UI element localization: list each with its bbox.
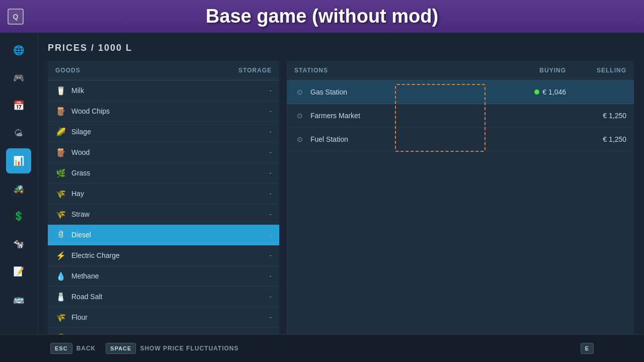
- notes-icon: 📝: [13, 266, 24, 277]
- good-name: Flour: [71, 313, 257, 321]
- sidebar-item-money[interactable]: 💲: [6, 204, 31, 229]
- good-storage: -: [257, 190, 272, 198]
- good-name: Hay: [71, 190, 257, 198]
- station-icon-fuel-station: ⊙: [294, 134, 305, 145]
- e-key-badge: E: [581, 343, 594, 354]
- good-name: Silage: [71, 128, 257, 136]
- tractor-icon: 🚜: [13, 183, 24, 194]
- good-icon-flour: 🌾: [55, 312, 66, 323]
- selling-col-label: SELLING: [566, 67, 626, 74]
- sidebar-item-globe[interactable]: 🌐: [6, 38, 31, 63]
- sidebar-item-steering[interactable]: 🎮: [6, 65, 31, 90]
- goods-row[interactable]: 🌿Grass-: [48, 163, 279, 184]
- good-storage: -: [257, 251, 272, 259]
- station-row[interactable]: ⊙Farmers Market€ 1,250: [287, 104, 634, 128]
- good-storage: -: [257, 210, 272, 218]
- good-name: Electric Charge: [71, 251, 257, 259]
- globe-icon: 🌐: [13, 45, 24, 56]
- good-storage: -: [257, 293, 272, 301]
- sidebar-item-calendar[interactable]: 📅: [6, 93, 31, 118]
- sidebar-item-tractor[interactable]: 🚜: [6, 176, 31, 201]
- content-area: PRICES / 1000 L GOODS STORAGE 🥛Milk-🪵Woo…: [38, 33, 644, 362]
- good-name: Road Salt: [71, 293, 257, 301]
- good-name: Diesel: [71, 231, 257, 239]
- station-name: Farmers Market: [310, 112, 501, 120]
- good-name: Straw: [71, 210, 257, 218]
- chart-icon: 📊: [13, 155, 24, 166]
- good-storage: -: [257, 313, 272, 321]
- storage-col-label: STORAGE: [231, 67, 272, 74]
- sidebar-item-chart[interactable]: 📊: [6, 148, 31, 173]
- good-storage: -: [257, 128, 272, 136]
- goods-row[interactable]: 🌾Straw-: [48, 204, 279, 225]
- esc-key-badge: ESC: [50, 343, 72, 354]
- good-name: Wood Chips: [71, 107, 257, 115]
- station-icon-gas-station: ⊙: [294, 86, 305, 98]
- station-row[interactable]: ⊙Fuel Station€ 1,250: [287, 128, 634, 151]
- q-button[interactable]: Q: [8, 9, 24, 25]
- goods-row[interactable]: 🪵Wood Chips-: [48, 101, 279, 122]
- station-selling: € 1,250: [566, 135, 626, 143]
- goods-row[interactable]: 🌽Silage-: [48, 122, 279, 142]
- stations-panel: STATIONS BUYING SELLING ⊙Gas Station€ 1,…: [287, 61, 634, 352]
- sidebar-item-transport[interactable]: 🚌: [6, 287, 31, 312]
- buying-col-label: BUYING: [501, 67, 566, 74]
- steering-icon: 🎮: [13, 72, 24, 83]
- goods-list: 🥛Milk-🪵Wood Chips-🌽Silage-🪵Wood-🌿Grass-🌾…: [48, 80, 279, 352]
- stations-wrapper: STATIONS BUYING SELLING ⊙Gas Station€ 1,…: [287, 61, 634, 352]
- good-icon-milk: 🥛: [55, 85, 66, 96]
- good-name: Milk: [71, 86, 257, 95]
- sidebar-item-notes[interactable]: 📝: [6, 259, 31, 284]
- e-button[interactable]: E: [581, 343, 594, 354]
- back-button[interactable]: ESC BACK: [50, 343, 96, 354]
- active-indicator: [534, 89, 539, 95]
- banner-title: Base game (without mod): [206, 6, 438, 27]
- good-icon-methane: 💧: [55, 270, 66, 282]
- good-icon-road-salt: 🧂: [55, 291, 66, 302]
- top-banner: Q Base game (without mod): [0, 0, 644, 33]
- good-storage: -: [257, 272, 272, 280]
- good-icon-electric-charge: ⚡: [55, 250, 66, 261]
- good-icon-hay: 🌾: [55, 188, 66, 199]
- goods-row[interactable]: 🪵Wood-: [48, 142, 279, 163]
- goods-row[interactable]: 🌾Flour-: [48, 307, 279, 328]
- goods-row[interactable]: 🌾Hay-: [48, 184, 279, 204]
- station-row[interactable]: ⊙Gas Station€ 1,046: [287, 80, 634, 104]
- good-storage: -: [257, 107, 272, 115]
- goods-row[interactable]: 🛢Diesel-: [48, 225, 279, 245]
- goods-header: GOODS STORAGE: [48, 61, 279, 80]
- goods-row[interactable]: ⚡Electric Charge-: [48, 245, 279, 266]
- good-name: Grass: [71, 169, 257, 177]
- good-storage: -: [257, 231, 272, 239]
- sidebar-item-weather[interactable]: 🌤: [6, 121, 31, 146]
- weather-icon: 🌤: [14, 128, 23, 139]
- good-icon-wood: 🪵: [55, 147, 66, 158]
- good-icon-diesel: 🛢: [55, 229, 66, 240]
- good-icon-straw: 🌾: [55, 209, 66, 220]
- stations-list: ⊙Gas Station€ 1,046⊙Farmers Market€ 1,25…: [287, 80, 634, 352]
- good-icon-grass: 🌿: [55, 167, 66, 178]
- space-key-badge: SPACE: [106, 343, 136, 354]
- fluctuations-label: SHOW PRICE FLUCTUATIONS: [140, 345, 238, 352]
- goods-row[interactable]: 🥛Milk-: [48, 80, 279, 101]
- money-icon: 💲: [13, 211, 24, 222]
- stations-header: STATIONS BUYING SELLING: [287, 61, 634, 80]
- bottom-bar: ESC BACK SPACE SHOW PRICE FLUCTUATIONS E: [0, 334, 644, 362]
- sidebar-item-cow[interactable]: 🐄: [6, 231, 31, 256]
- good-storage: -: [257, 148, 272, 156]
- transport-icon: 🚌: [13, 294, 24, 305]
- good-name: Wood: [71, 148, 257, 156]
- good-icon-silage: 🌽: [55, 126, 66, 137]
- page-title: PRICES / 1000 L: [48, 43, 634, 53]
- goods-row[interactable]: 💧Methane-: [48, 266, 279, 287]
- station-buying: € 1,046: [501, 88, 566, 96]
- buying-price: € 1,046: [542, 88, 566, 96]
- goods-panel: GOODS STORAGE 🥛Milk-🪵Wood Chips-🌽Silage-…: [48, 61, 279, 352]
- station-name: Fuel Station: [310, 135, 501, 143]
- calendar-icon: 📅: [13, 100, 24, 111]
- station-selling: € 1,250: [566, 112, 626, 120]
- fluctuations-button[interactable]: SPACE SHOW PRICE FLUCTUATIONS: [106, 343, 238, 354]
- panels: GOODS STORAGE 🥛Milk-🪵Wood Chips-🌽Silage-…: [48, 61, 634, 352]
- station-icon-farmers-market: ⊙: [294, 110, 305, 121]
- goods-row[interactable]: 🧂Road Salt-: [48, 287, 279, 307]
